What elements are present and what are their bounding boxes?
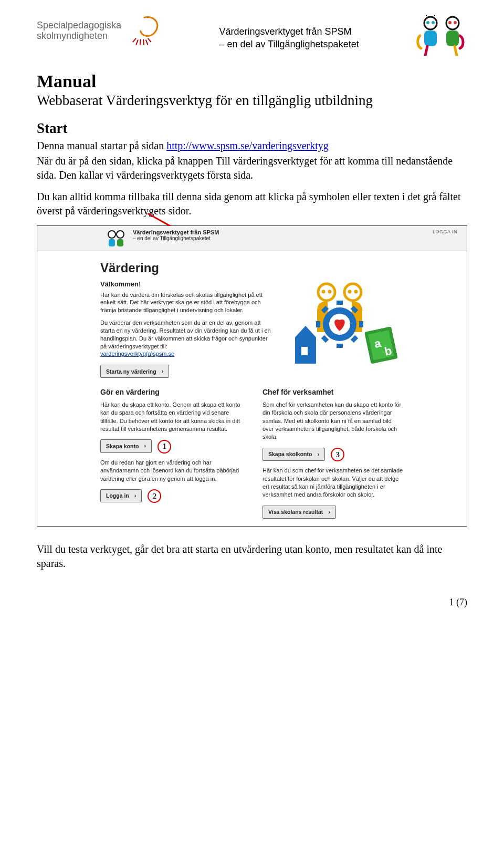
svg-point-21 [328,290,332,294]
grey-header-bar[interactable]: Värderingsverktyget från SPSM – en del a… [37,226,467,251]
annotation-circle-2: 2 [148,489,161,503]
svg-marker-35 [295,326,316,337]
column-chef-verksamhet: Chef för verksamhet Som chef för verksam… [262,387,404,519]
svg-point-8 [448,21,452,24]
svg-rect-17 [117,239,123,246]
svg-line-32 [353,337,356,341]
svg-point-7 [446,17,459,29]
svg-line-30 [353,308,356,311]
logo-swirl-icon [125,15,163,47]
show-school-results-button[interactable]: Visa skolans resultat › [262,506,336,519]
brand-line1: Specialpedagogiska [37,20,121,31]
svg-line-29 [323,308,327,311]
svg-rect-10 [446,30,459,46]
chevron-right-icon: › [144,442,146,450]
svg-point-23 [354,290,358,294]
closing-paragraph: Vill du testa verktyget, går det bra att… [37,542,467,571]
create-account-button[interactable]: Skapa konto › [100,439,152,452]
login-button[interactable]: Logga in › [100,489,142,502]
grey-bar-title: Värderingsverktyget från SPSM [133,229,219,235]
intro-paragraph-3: Du kan alltid komma tillbaka till denna … [37,190,467,218]
embedded-screenshot: Värderingsverktyget från SPSM – en del a… [37,225,467,527]
svg-rect-16 [109,239,115,246]
robots-icon [415,15,467,56]
chevron-right-icon: › [317,450,319,458]
start-heading: Start [37,120,467,137]
document-header: Specialpedagogiska skolmyndigheten Värde… [37,15,467,56]
header-tagline: Värderingsverktyget från SPSM – en del a… [219,15,359,51]
create-school-account-button[interactable]: Skapa skolkonto › [262,448,325,461]
spsm-link[interactable]: http://www.spsm.se/varderingsverktyg [166,140,329,151]
svg-point-15 [117,231,124,238]
annotation-circle-1: 1 [158,440,171,454]
svg-point-0 [424,17,437,29]
start-new-evaluation-button[interactable]: Starta ny värdering › [100,365,169,378]
intro-paragraph-1: Denna manual startar på sidan http://www… [37,139,467,153]
welcome-block: Välkommen! Här kan du värdera din försko… [100,280,272,378]
contact-email-link[interactable]: varderingsverktyg(a)spsm.se [100,351,174,357]
brand-line2: skolmyndigheten [37,31,121,42]
annotation-circle-3: 3 [331,448,344,461]
svg-line-31 [323,337,327,341]
svg-rect-36 [301,347,308,355]
login-link[interactable]: LOGGA IN [433,229,457,234]
svg-point-14 [108,231,116,238]
svg-point-1 [426,21,429,24]
svg-point-19 [344,284,361,301]
brand-logo: Specialpedagogiska skolmyndigheten [37,15,163,47]
doc-subtitle: Webbaserat Värderingsverktyg för en till… [37,92,467,109]
svg-line-6 [425,46,427,56]
vardering-heading: Värdering [100,261,404,275]
svg-point-20 [322,290,326,294]
svg-point-18 [318,284,335,301]
welcome-heading: Välkommen! [100,280,272,289]
chevron-right-icon: › [328,508,330,516]
intro-paragraph-2: När du är på den sidan, klicka på knappe… [37,154,467,182]
chevron-right-icon: › [134,492,136,500]
chevron-right-icon: › [162,367,164,375]
doc-title: Manual [37,71,467,91]
column-gor-vardering: Gör en värdering Här kan du skapa ett ko… [100,387,242,519]
welcome-illustration: a b [283,280,404,369]
grey-bar-subtitle: – en del av Tillgänglighetspaketet [133,235,219,241]
mini-robots-icon [106,229,128,248]
page-number: 1 (7) [37,597,467,608]
svg-point-2 [432,21,435,24]
svg-rect-5 [424,30,437,46]
svg-line-11 [455,46,457,56]
svg-point-9 [454,21,457,24]
svg-point-22 [348,290,352,294]
